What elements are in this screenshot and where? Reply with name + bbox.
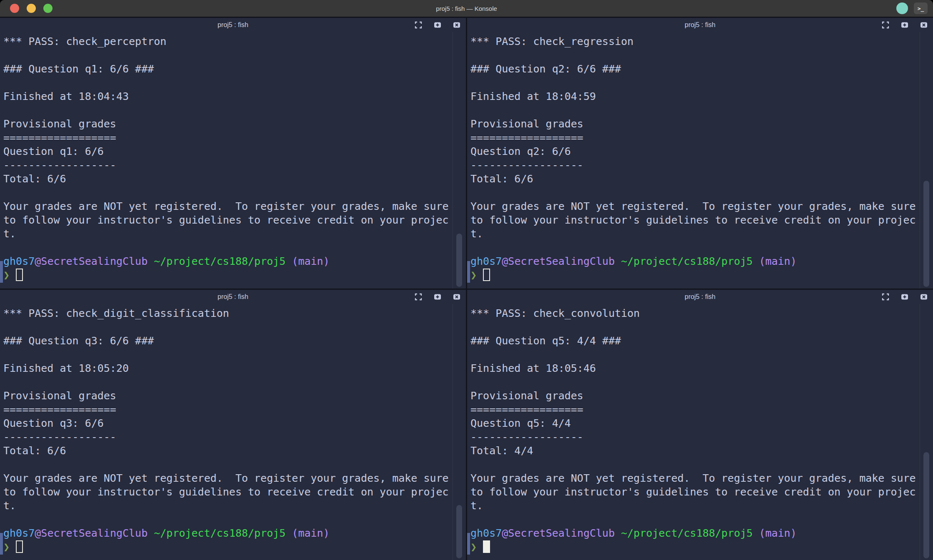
scrolled-lines-highlight-bar <box>0 533 3 555</box>
warning-line-3: t. <box>3 499 466 513</box>
blank-line <box>470 76 933 90</box>
pass-line: *** PASS: check_perceptron <box>3 35 466 48</box>
grades-rule-top: ================== <box>470 131 933 144</box>
grades-title: Provisional grades <box>3 117 466 131</box>
input-line: ❯ <box>470 268 933 282</box>
terminal-app-icon: >_ <box>914 2 928 14</box>
prompt-line: gh0s7@SecretSealingClub ~/project/cs188/… <box>470 526 933 540</box>
prompt-arrow-icon: ❯ <box>3 269 10 281</box>
pane-title: proj5 : fish <box>0 290 466 304</box>
blank-line <box>3 186 466 199</box>
close-pane-icon[interactable] <box>453 293 461 301</box>
blank-line <box>3 241 466 254</box>
split-view-add-icon[interactable] <box>900 293 909 301</box>
prompt-separator <box>10 269 16 281</box>
grades-rule-top: ================== <box>470 403 933 416</box>
prompt-at-sign: @ <box>502 527 508 539</box>
prompt-host: SecretSealingClub <box>41 255 148 267</box>
grades-title: Provisional grades <box>470 389 933 403</box>
grades-total: Total: 6/6 <box>3 444 466 458</box>
input-line: ❯ <box>470 540 933 554</box>
terminal-pane: proj5 : fish <box>0 290 466 560</box>
close-pane-icon[interactable] <box>920 21 928 29</box>
pane-header-buttons <box>881 18 928 32</box>
close-pane-icon[interactable] <box>920 293 928 301</box>
pane-header-buttons <box>881 290 928 304</box>
zoom-window-icon[interactable] <box>43 4 53 13</box>
grades-title: Provisional grades <box>3 389 466 403</box>
prompt-path: ~/project/cs188/proj5 <box>621 255 753 267</box>
split-view-add-icon[interactable] <box>433 293 442 301</box>
konsole-window: proj5 : fish — Konsole >_ proj5 : fish <box>0 0 933 560</box>
close-pane-icon[interactable] <box>453 21 461 29</box>
blank-line <box>470 375 933 389</box>
terminal-output[interactable]: *** PASS: check_convolution ### Question… <box>467 304 933 560</box>
scrollbar-track[interactable] <box>920 32 933 289</box>
prompt-user: gh0s7 <box>3 255 35 267</box>
pass-line: *** PASS: check_convolution <box>470 306 933 320</box>
warning-line-2: to follow your instructor's guidelines t… <box>470 213 933 227</box>
pane-title: proj5 : fish <box>467 18 933 32</box>
blank-line <box>470 348 933 361</box>
grades-rule-bottom: ------------------ <box>470 430 933 444</box>
warning-line-1: Your grades are NOT yet registered. To r… <box>3 471 466 485</box>
minimize-window-icon[interactable] <box>27 4 36 13</box>
window-title: proj5 : fish — Konsole <box>0 5 933 12</box>
prompt-at-sign: @ <box>502 255 508 267</box>
blank-line <box>3 103 466 117</box>
warning-line-1: Your grades are NOT yet registered. To r… <box>470 199 933 213</box>
split-view-add-icon[interactable] <box>900 21 909 29</box>
finished-line: Finished at 18:04:59 <box>470 90 933 103</box>
grades-question: Question q2: 6/6 <box>470 144 933 158</box>
blank-line <box>3 320 466 334</box>
grades-title: Provisional grades <box>470 117 933 131</box>
input-line: ❯ <box>3 268 466 282</box>
scrollbar-thumb[interactable] <box>923 181 929 287</box>
blank-line <box>3 375 466 389</box>
prompt-at-sign: @ <box>35 527 41 539</box>
prompt-user: gh0s7 <box>3 527 35 539</box>
blank-line <box>470 513 933 526</box>
terminal-pane: proj5 : fish <box>467 290 933 560</box>
grades-rule-top: ================== <box>3 131 466 144</box>
warning-line-2: to follow your instructor's guidelines t… <box>3 485 466 499</box>
cursor <box>483 540 490 553</box>
pane-header-buttons <box>414 290 461 304</box>
blank-line <box>3 458 466 471</box>
maximize-pane-icon[interactable] <box>881 293 890 301</box>
prompt-path: ~/project/cs188/proj5 <box>621 527 753 539</box>
blank-line <box>470 186 933 199</box>
maximize-pane-icon[interactable] <box>414 293 423 301</box>
pane-header: proj5 : fish <box>467 290 933 304</box>
split-view-add-icon[interactable] <box>433 21 442 29</box>
window-titlebar[interactable]: proj5 : fish — Konsole >_ <box>0 0 933 17</box>
blank-line <box>3 513 466 526</box>
terminal-output[interactable]: *** PASS: check_perceptron ### Question … <box>0 32 466 289</box>
terminal-output[interactable]: *** PASS: check_regression ### Question … <box>467 32 933 289</box>
prompt-host: SecretSealingClub <box>508 255 615 267</box>
cursor <box>16 540 23 553</box>
maximize-pane-icon[interactable] <box>881 21 890 29</box>
pane-header: proj5 : fish <box>0 18 466 32</box>
prompt-git-branch: (main) <box>759 255 796 267</box>
prompt-separator <box>285 527 292 539</box>
pane-header: proj5 : fish <box>467 18 933 32</box>
prompt-path: ~/project/cs188/proj5 <box>154 527 285 539</box>
finished-line: Finished at 18:05:46 <box>470 361 933 375</box>
scrollbar-track[interactable] <box>453 304 466 560</box>
grades-total: Total: 6/6 <box>3 172 466 186</box>
scrollbar-thumb[interactable] <box>456 505 462 558</box>
scrollbar-track[interactable] <box>453 32 466 289</box>
scrollbar-track[interactable] <box>920 304 933 560</box>
terminal-output[interactable]: *** PASS: check_digit_classification ###… <box>0 304 466 560</box>
grades-total: Total: 6/6 <box>470 172 933 186</box>
prompt-separator <box>477 541 483 553</box>
maximize-pane-icon[interactable] <box>414 21 423 29</box>
scrollbar-thumb[interactable] <box>456 234 462 287</box>
grades-rule-top: ================== <box>3 403 466 416</box>
blank-line <box>470 241 933 254</box>
warning-line-3: t. <box>470 227 933 241</box>
prompt-host: SecretSealingClub <box>508 527 615 539</box>
close-window-icon[interactable] <box>10 4 19 13</box>
scrollbar-thumb[interactable] <box>923 452 929 558</box>
